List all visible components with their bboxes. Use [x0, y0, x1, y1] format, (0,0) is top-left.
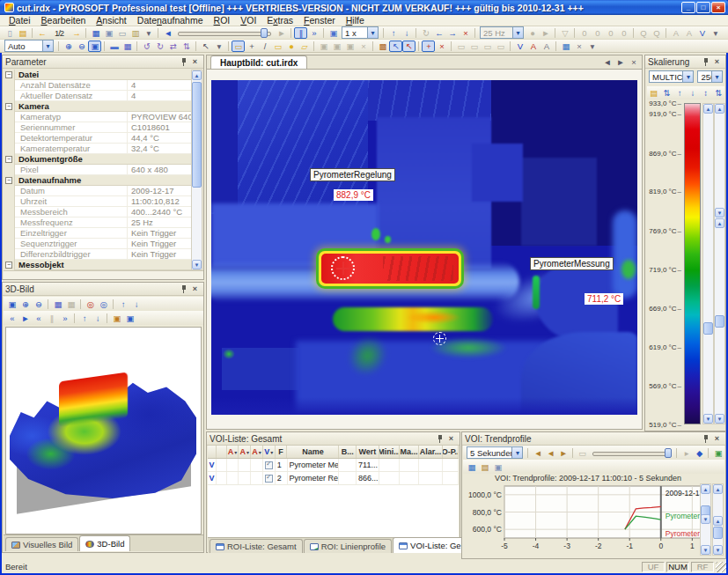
full-image-icon[interactable]: ▬: [107, 41, 121, 52]
trend-settings-icon[interactable]: ▦: [465, 461, 478, 473]
open-file-icon[interactable]: ▤: [16, 27, 29, 39]
flip-vertical-icon[interactable]: ⇅: [180, 41, 193, 52]
roi-polygon-icon[interactable]: ▱: [298, 41, 311, 52]
nuc-gain-auto-icon[interactable]: 0: [617, 27, 630, 39]
single-frame-icon[interactable]: ▣: [327, 27, 340, 39]
roi-duplicate-icon[interactable]: ▣: [343, 41, 357, 52]
scroll-down-icon[interactable]: [703, 414, 713, 424]
ref-source-edit-icon[interactable]: Q: [650, 27, 663, 39]
voi-column-wert[interactable]: Wert: [357, 446, 379, 458]
tab-visuelles-bild[interactable]: Visuelles Bild: [5, 537, 78, 551]
roi-delete-point-icon[interactable]: ×: [435, 41, 448, 52]
open-palette-icon[interactable]: ▤: [647, 87, 660, 99]
scroll-down-icon[interactable]: [715, 208, 724, 217]
scroll-up-icon[interactable]: [713, 484, 723, 494]
pin-icon[interactable]: [434, 434, 445, 444]
scroll-down-icon[interactable]: [713, 545, 723, 555]
close-icon[interactable]: [445, 434, 457, 444]
nav-back-icon[interactable]: ←: [35, 27, 48, 39]
scroll-down-icon[interactable]: [715, 414, 724, 424]
pin-icon[interactable]: [700, 57, 711, 67]
close-button[interactable]: ×: [711, 2, 725, 13]
close-icon[interactable]: [189, 284, 201, 294]
tab-roi-linienprofile[interactable]: ROI: Linienprofile: [304, 539, 392, 553]
live-view-icon[interactable]: ►: [539, 27, 552, 39]
roi-select-icon[interactable]: ▭: [232, 41, 245, 52]
roi-align-right-icon[interactable]: ▭: [467, 41, 481, 52]
roi-delete-icon[interactable]: ×: [357, 41, 370, 52]
collapse-icon[interactable]: −: [4, 175, 15, 186]
close-icon[interactable]: [711, 57, 723, 67]
trend-marker-icon[interactable]: ◆: [693, 447, 706, 459]
minimize-button[interactable]: _: [681, 2, 695, 13]
voi-column-a[interactable]: A: [227, 446, 239, 458]
scroll-thumb[interactable]: [715, 315, 724, 328]
trend-print-icon[interactable]: ▭: [576, 447, 589, 459]
fast-forward-icon[interactable]: »: [307, 27, 320, 39]
scroll-up-icon[interactable]: [715, 218, 724, 228]
menu-fenster[interactable]: Fenster: [298, 15, 341, 26]
scroll-up-icon[interactable]: [713, 516, 723, 526]
lower-surface-icon[interactable]: ↓: [129, 299, 143, 310]
raise-surface-icon[interactable]: ↑: [116, 299, 129, 310]
fast-forward-3d-icon[interactable]: »: [58, 313, 71, 324]
maximize-button[interactable]: □: [696, 2, 710, 13]
rotate-left-icon[interactable]: ↺: [140, 41, 153, 52]
scroll-down-icon[interactable]: [192, 260, 202, 269]
scale-min-scrollbar[interactable]: [714, 103, 725, 424]
fit-window-icon[interactable]: ▣: [88, 41, 101, 52]
menu-ansicht[interactable]: Ansicht: [91, 15, 131, 26]
nuc-gain-icon[interactable]: 0: [604, 27, 617, 39]
voi-column-a[interactable]: A: [251, 446, 263, 458]
roi-add-point-icon[interactable]: +: [422, 41, 435, 52]
save-icon[interactable]: ▦: [89, 27, 102, 39]
voi-column-mini-[interactable]: Mini...: [379, 446, 401, 458]
voi-row[interactable]: V1Pyrometer Mes...711...: [208, 459, 459, 472]
scroll-down-icon[interactable]: [701, 545, 710, 555]
roi-align-top-icon[interactable]: ▭: [481, 41, 494, 52]
voi-row[interactable]: V2Pyrometer Reg...866...: [208, 472, 459, 485]
trend-interval-combo[interactable]: 5 Sekunden: [467, 446, 523, 459]
fit-3d-icon[interactable]: ▣: [5, 299, 18, 310]
scale-compress-icon[interactable]: ⇅: [711, 87, 724, 99]
scroll-up-icon[interactable]: [703, 104, 713, 114]
playback-speed-combo[interactable]: 1 x: [342, 26, 379, 39]
menu-datenaufnahme[interactable]: Datenaufnahme: [132, 15, 209, 26]
dataset-down-icon[interactable]: ↓: [400, 27, 413, 39]
roi-image-icon[interactable]: ▩: [376, 41, 389, 52]
autoscale-icon[interactable]: ⇅: [660, 87, 673, 99]
nav-forward-icon[interactable]: →: [70, 27, 83, 39]
annotation-pyrometer-messung[interactable]: PyrometerMessung: [530, 257, 614, 270]
grid-back-icon[interactable]: ▦: [64, 299, 77, 310]
voi-column-alar-[interactable]: Alar...: [419, 446, 444, 458]
rewind-3d-icon[interactable]: «: [32, 313, 45, 324]
record-icon[interactable]: ●: [526, 27, 539, 39]
toolbar-options-chevron[interactable]: ▾: [142, 27, 155, 39]
dataset-counter[interactable]: 1/2: [48, 27, 70, 39]
zoom-in-icon[interactable]: ⊕: [62, 41, 75, 52]
menu-voi[interactable]: VOI: [235, 15, 261, 26]
print-icon[interactable]: ▭: [115, 27, 129, 39]
trend-scrollbar-2[interactable]: [712, 483, 724, 556]
trend-page-back-icon[interactable]: ◄: [544, 447, 557, 459]
menu-bearbeiten[interactable]: Bearbeiten: [36, 15, 92, 26]
trigger-filter-icon[interactable]: ▽: [558, 27, 571, 39]
roi-align-bottom-icon[interactable]: ▭: [494, 41, 507, 52]
param-group-messobjekt[interactable]: −Messobjekt: [4, 260, 191, 270]
measure-tool-icon[interactable]: ↻: [419, 27, 432, 39]
pin-icon[interactable]: [178, 57, 189, 67]
toolbar-options-chevron-4[interactable]: ▾: [585, 41, 599, 52]
pin-icon[interactable]: [700, 434, 711, 444]
scroll-up-icon[interactable]: [701, 484, 710, 494]
zoom-in-3d-icon[interactable]: ⊕: [18, 299, 32, 310]
prev-view-icon[interactable]: ◄: [600, 56, 614, 68]
rotate-right-icon[interactable]: ↻: [153, 41, 166, 52]
play-forward-icon[interactable]: ►: [275, 27, 288, 39]
close-icon[interactable]: [711, 434, 723, 444]
timeline-slider[interactable]: [176, 27, 273, 39]
rotate-up-icon[interactable]: ↑: [77, 313, 91, 324]
menu-roi[interactable]: ROI: [209, 15, 236, 26]
trend-copy-icon[interactable]: ▣: [491, 461, 504, 473]
collapse-icon[interactable]: −: [4, 154, 15, 165]
menu-hilfe[interactable]: Hilfe: [341, 15, 370, 26]
